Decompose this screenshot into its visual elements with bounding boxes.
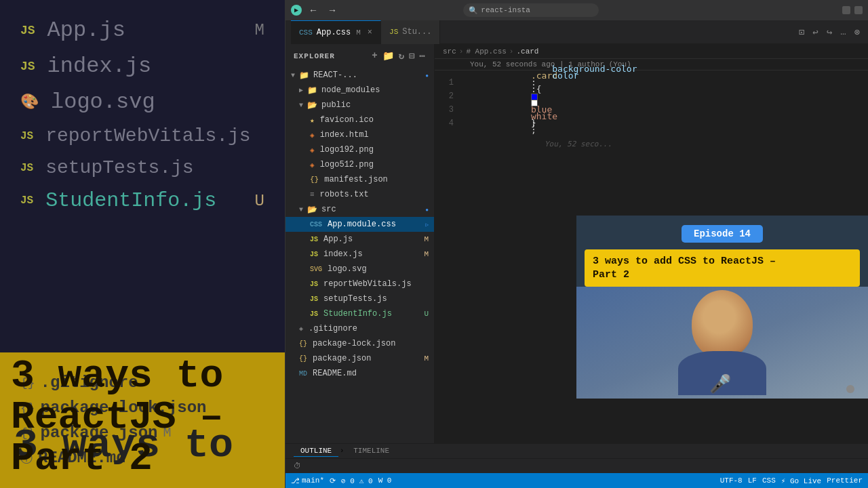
root-arrow-icon: ▼ (291, 72, 295, 79)
node-modules-arrow: ▶ (299, 86, 303, 94)
panel-tab-timeline[interactable]: TIMELINE (347, 445, 396, 456)
appcss-module-icon: CSS (310, 221, 322, 228)
timeline-arrow: › (340, 447, 344, 455)
tree-logosvg[interactable]: SVG logo.svg (285, 262, 434, 277)
node-modules-icon: 📁 (307, 85, 317, 96)
tree-logo512[interactable]: ◈ logo512.png (285, 157, 434, 172)
video-title-line1: 3 ways to add CSS to ReactJS – (593, 256, 776, 267)
studentinfo-badge: U (424, 310, 429, 318)
status-sync[interactable]: ⟳ (330, 476, 336, 485)
vscode-panel: ▶ ← → 🔍 react-insta M CSS App.css M × JS… (285, 0, 868, 488)
tree-robots[interactable]: ≡ robots.txt (285, 187, 434, 202)
back-button[interactable]: ← (306, 5, 321, 16)
panel-content: ⏱ (285, 459, 868, 473)
tree-manifest-label: manifest.json (324, 175, 388, 184)
forward-button[interactable]: → (325, 5, 340, 16)
language-label: CSS (762, 476, 776, 485)
tree-node-modules[interactable]: ▶ 📁 node_modules (285, 83, 434, 98)
episode-badge: Episode 14 (682, 225, 763, 243)
live-label: ⚡ Go Live (781, 476, 821, 485)
tab-js[interactable]: JS Stu... (381, 20, 440, 44)
redo-btn[interactable]: ↪ (824, 25, 835, 39)
status-branch[interactable]: ⎇ main* (291, 476, 324, 485)
sync-icon: ⟳ (330, 476, 336, 485)
refresh-icon[interactable]: ↻ (399, 50, 405, 62)
tree-reportweb-label: reportWebVitals.js (323, 279, 412, 289)
tree-logo192[interactable]: ◈ logo192.png (285, 142, 434, 157)
tree-appmodulecss[interactable]: CSS App.module.css ▷ (285, 217, 434, 232)
tab-appcss-modified: M (356, 28, 361, 37)
close-panel-btn[interactable]: ⊗ (852, 25, 863, 39)
readme-icon: MD (299, 370, 307, 378)
status-line-endings[interactable]: LF (748, 476, 757, 485)
tree-reportweb[interactable]: JS reportWebVitals.js (285, 277, 434, 291)
status-errors[interactable]: ⊘ 0 ⚠ 0 (341, 476, 373, 485)
undo-btn[interactable]: ↩ (810, 25, 821, 39)
code-line-4: 4 } (435, 117, 868, 130)
tree-src-folder[interactable]: ▼ 📂 src ● (285, 202, 434, 217)
reportweb-icon: JS (310, 281, 318, 288)
tree-gitignore[interactable]: ◈ .gitignore (285, 321, 434, 336)
new-file-icon[interactable]: + (372, 50, 378, 62)
tree-appjs[interactable]: JS App.js M (285, 232, 434, 247)
more-btn[interactable]: … (837, 25, 848, 39)
window-controls (842, 6, 863, 14)
search-icon: 🔍 (469, 6, 478, 15)
code-editor[interactable]: src › # App.css › .card You, 52 seconds … (435, 44, 868, 443)
tab-appcss[interactable]: CSS App.css M × (291, 20, 381, 44)
video-thumbnail-overlay: Episode 14 3 ways to add CSS to ReactJS … (576, 216, 868, 399)
html-icon: ◈ (310, 131, 315, 140)
status-language[interactable]: CSS (762, 476, 776, 485)
packagelock-icon: {} (299, 340, 307, 348)
tree-indexjs[interactable]: JS index.js M (285, 247, 434, 262)
tab-appcss-close[interactable]: × (368, 28, 372, 37)
explorer-icons: + 📁 ↻ ⊟ ⋯ (372, 50, 426, 62)
status-changes[interactable]: W 0 (378, 476, 392, 485)
timeline-tab-container[interactable]: › TIMELINE (340, 445, 396, 456)
panel-tab-outline[interactable]: OUTLINE (294, 445, 338, 457)
maximize-icon[interactable] (854, 6, 863, 14)
robots-icon: ≡ (310, 190, 315, 199)
tab-appcss-label: App.css (317, 28, 351, 37)
panel-tabs: OUTLINE › TIMELINE (285, 444, 868, 459)
close-brace: } (531, 118, 536, 128)
explorer-sidebar: EXPLORER + 📁 ↻ ⊟ ⋯ ▼ 📁 REACT-... ● ▶ � (285, 44, 435, 443)
large-bg-text: 3 ways toReactJS –Part 2 (0, 352, 234, 488)
tree-setuptests[interactable]: JS setupTests.js (285, 291, 434, 306)
appjs-badge: M (424, 235, 429, 243)
editor-area: EXPLORER + 📁 ↻ ⊟ ⋯ ▼ 📁 REACT-... ● ▶ � (285, 44, 868, 443)
mic-icon: 🎤 (709, 373, 731, 395)
tree-packagejson[interactable]: {} package.json M (285, 351, 434, 366)
tree-project-root[interactable]: ▼ 📁 REACT-... ● (285, 68, 434, 83)
warnings-label: ⚠ 0 (359, 476, 373, 485)
tree-public-folder[interactable]: ▼ 📂 public (285, 98, 434, 113)
tree-packagelock[interactable]: {} package-lock.json (285, 336, 434, 351)
tree-readme[interactable]: MD README.md (285, 366, 434, 381)
favicon-icon: ★ (310, 116, 315, 125)
new-folder-icon[interactable]: 📁 (382, 50, 395, 62)
more-options-icon[interactable]: ⋯ (420, 50, 426, 62)
run-button[interactable]: ▶ (291, 5, 302, 16)
explorer-header: EXPLORER + 📁 ↻ ⊟ ⋯ (285, 44, 434, 68)
tree-manifest[interactable]: {} manifest.json (285, 172, 434, 187)
tree-studentinfo[interactable]: JS StudentInfo.js U (285, 306, 434, 321)
tree-studentinfo-label: StudentInfo.js (323, 309, 392, 319)
line-num-1: 1 (435, 76, 462, 89)
tree-logo512-label: logo512.png (320, 160, 374, 169)
bg-studentinfo-badge: U (255, 192, 264, 210)
status-encoding[interactable]: UTF-8 (720, 476, 743, 485)
collapse-icon[interactable]: ⊟ (409, 50, 415, 62)
face (692, 290, 753, 358)
status-prettier[interactable]: Prettier (827, 476, 863, 485)
timeline-clock-icon: ⏱ (294, 462, 301, 470)
tree-indexhtml[interactable]: ◈ index.html (285, 127, 434, 142)
tree-project-label: REACT-... (313, 70, 357, 80)
title-search[interactable]: 🔍 react-insta (463, 3, 599, 17)
prettier-label: Prettier (827, 476, 863, 485)
tree-favicon[interactable]: ★ favicon.ico (285, 113, 434, 127)
tree-indexjs-label: index.js (323, 249, 363, 259)
status-live[interactable]: ⚡ Go Live (781, 476, 821, 485)
status-left: ⎇ main* ⟳ ⊘ 0 ⚠ 0 W 0 (291, 476, 391, 485)
split-editor-btn[interactable]: ⊡ (796, 25, 807, 39)
split-editor-icon[interactable] (842, 6, 850, 14)
